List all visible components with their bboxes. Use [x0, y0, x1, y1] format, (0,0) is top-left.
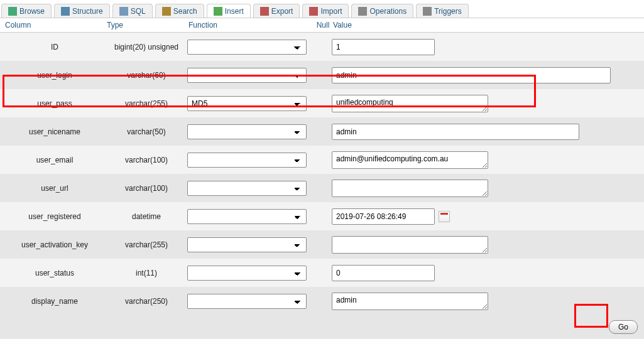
import-icon [309, 7, 318, 16]
calendar-icon[interactable] [439, 211, 450, 222]
sql-icon [119, 7, 128, 16]
value-input[interactable]: admin@unifiedcomputing.com.au [332, 151, 488, 169]
value-input[interactable] [332, 236, 488, 254]
tab-label: Browse [19, 7, 45, 16]
triggers-icon [423, 7, 432, 16]
tab-triggers[interactable]: Triggers [416, 4, 469, 18]
value-cell: unifiedcomputing [332, 95, 640, 112]
table-row: user_nicenamevarchar(50) [0, 117, 644, 146]
table-row: user_emailvarchar(100)admin@unifiedcompu… [0, 146, 644, 174]
column-type: varchar(100) [106, 156, 187, 164]
header-type: Type [107, 21, 188, 30]
value-cell [332, 180, 640, 197]
tab-label: Operations [369, 7, 407, 16]
column-name: user_nicename [4, 127, 106, 136]
tab-operations[interactable]: Operations [351, 4, 413, 18]
value-cell [332, 208, 640, 225]
value-input[interactable] [332, 124, 579, 140]
value-cell [332, 39, 640, 55]
tabs-bar: BrowseStructureSQLSearchInsertExportImpo… [0, 0, 644, 18]
table-header: Column Type Function Null Value [0, 18, 644, 33]
tab-browse[interactable]: Browse [1, 4, 52, 18]
column-type: datetime [106, 212, 187, 221]
value-cell: admin [332, 293, 640, 310]
table-row: user_passvarchar(255)MD5unifiedcomputing [0, 89, 644, 117]
header-column: Column [4, 21, 107, 30]
column-name: user_status [4, 269, 106, 277]
value-input[interactable] [332, 39, 435, 55]
column-type: varchar(255) [106, 99, 187, 108]
column-type: bigint(20) unsigned [106, 43, 187, 51]
column-type: varchar(100) [106, 184, 187, 193]
table-row: user_statusint(11) [0, 259, 644, 287]
column-type: int(11) [106, 269, 187, 277]
tab-label: Export [271, 7, 293, 16]
column-name: user_pass [4, 99, 106, 108]
function-select[interactable] [187, 237, 307, 252]
structure-icon [61, 7, 70, 16]
function-select[interactable] [187, 68, 307, 83]
value-cell [332, 67, 640, 83]
table-row: user_registereddatetime [0, 202, 644, 230]
column-name: ID [4, 43, 106, 51]
value-input[interactable]: unifiedcomputing [332, 95, 488, 112]
value-input[interactable]: admin [332, 293, 488, 310]
value-input[interactable] [332, 265, 435, 281]
browse-icon [8, 7, 17, 16]
value-input[interactable] [332, 180, 488, 197]
tab-export[interactable]: Export [253, 4, 300, 18]
column-name: display_name [4, 297, 106, 306]
table-row: IDbigint(20) unsigned [0, 33, 644, 61]
value-cell [332, 236, 640, 254]
tab-structure[interactable]: Structure [54, 4, 110, 18]
column-type: varchar(255) [106, 240, 187, 249]
function-select[interactable] [187, 266, 307, 281]
function-select[interactable]: MD5 [187, 96, 307, 111]
value-input[interactable] [332, 67, 611, 83]
header-value: Value [333, 21, 640, 30]
column-name: user_registered [4, 212, 106, 221]
go-button[interactable]: Go [609, 320, 638, 334]
column-type: varchar(50) [106, 127, 187, 136]
search-icon [162, 7, 171, 16]
column-type: varchar(60) [106, 71, 187, 80]
tab-label: Structure [72, 7, 103, 16]
function-select[interactable] [187, 294, 307, 309]
tab-label: Triggers [434, 7, 462, 16]
header-null: Null [313, 21, 333, 30]
table-row: user_urlvarchar(100) [0, 174, 644, 202]
column-name: user_url [4, 184, 106, 193]
value-cell [332, 265, 640, 281]
tab-label: Search [173, 7, 197, 16]
tab-sql[interactable]: SQL [112, 4, 153, 18]
function-select[interactable] [187, 124, 307, 139]
form-footer: Go [0, 315, 644, 339]
value-cell [332, 124, 640, 140]
column-type: varchar(250) [106, 297, 187, 306]
table-row: user_activation_keyvarchar(255) [0, 230, 644, 259]
value-cell: admin@unifiedcomputing.com.au [332, 151, 640, 169]
function-select[interactable] [187, 40, 307, 55]
column-name: user_login [4, 71, 106, 80]
table-row: user_loginvarchar(60) [0, 61, 644, 89]
function-select[interactable] [187, 181, 307, 196]
tab-label: Insert [225, 7, 244, 16]
header-function: Function [188, 21, 313, 30]
table-row: display_namevarchar(250)admin [0, 287, 644, 315]
export-icon [260, 7, 269, 16]
column-name: user_activation_key [4, 240, 106, 249]
tab-label: SQL [131, 7, 146, 16]
tab-search[interactable]: Search [155, 4, 204, 18]
function-select[interactable] [187, 209, 307, 224]
tab-insert[interactable]: Insert [207, 4, 251, 18]
column-name: user_email [4, 156, 106, 164]
tab-label: Import [320, 7, 342, 16]
function-select[interactable] [187, 153, 307, 168]
operations-icon [358, 7, 367, 16]
value-input[interactable] [332, 208, 435, 225]
tab-import[interactable]: Import [302, 4, 349, 18]
insert-icon [214, 7, 222, 16]
